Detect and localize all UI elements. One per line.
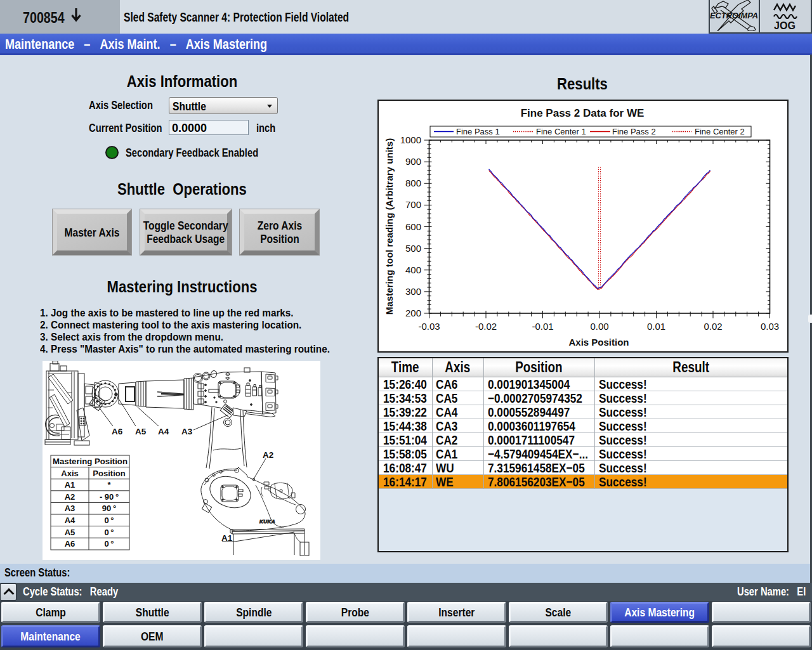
- svg-text:A1: A1: [221, 533, 233, 543]
- svg-text:0 °: 0 °: [104, 516, 114, 525]
- svg-text:500: 500: [405, 243, 421, 254]
- svg-text:A2: A2: [263, 450, 273, 460]
- svg-text:*: *: [107, 480, 111, 490]
- svg-text:-0.02: -0.02: [475, 321, 497, 332]
- svg-text:A4: A4: [65, 516, 75, 525]
- svg-text:300: 300: [405, 286, 421, 297]
- svg-text:Mastering tool reading (Arbitr: Mastering tool reading (Arbitrary units): [384, 138, 395, 315]
- svg-text:1000: 1000: [400, 134, 421, 145]
- svg-text:700: 700: [405, 199, 421, 210]
- svg-text:JOG: JOG: [774, 20, 796, 31]
- svg-text:900: 900: [405, 156, 421, 167]
- svg-text:- 90 °: - 90 °: [100, 492, 119, 502]
- svg-text:Axis Position: Axis Position: [568, 337, 629, 348]
- svg-text:Mastering Position: Mastering Position: [53, 457, 128, 466]
- svg-text:A6: A6: [65, 539, 75, 549]
- svg-text:800: 800: [405, 178, 421, 188]
- svg-text:200: 200: [405, 308, 421, 318]
- svg-text:KUKA: KUKA: [259, 519, 275, 524]
- svg-text:A1: A1: [65, 480, 75, 490]
- svg-text:0.02: 0.02: [704, 321, 722, 332]
- svg-text:Fine Center 1: Fine Center 1: [536, 127, 586, 136]
- svg-text:-0.03: -0.03: [418, 321, 440, 332]
- svg-text:Position: Position: [93, 469, 125, 478]
- svg-text:Axis: Axis: [61, 469, 78, 478]
- svg-text:Fine Center 2: Fine Center 2: [695, 127, 745, 136]
- svg-text:0.03: 0.03: [761, 321, 779, 332]
- svg-text:A3: A3: [65, 504, 75, 513]
- svg-text:A5: A5: [65, 528, 75, 537]
- svg-text:0 °: 0 °: [104, 539, 114, 549]
- svg-text:Fine Pass 2 Data for WE: Fine Pass 2 Data for WE: [521, 107, 645, 119]
- svg-text:Fine Pass 2: Fine Pass 2: [612, 127, 656, 136]
- svg-text:A4: A4: [158, 427, 169, 436]
- svg-text:A6: A6: [112, 427, 123, 436]
- svg-text:-0.01: -0.01: [532, 321, 553, 332]
- svg-text:A3: A3: [181, 427, 193, 436]
- svg-text:Fine Pass 1: Fine Pass 1: [456, 127, 500, 136]
- svg-text:0 °: 0 °: [104, 528, 114, 537]
- svg-text:A5: A5: [135, 427, 147, 436]
- svg-text:600: 600: [405, 221, 421, 232]
- svg-text:ECTROIMPA: ECTROIMPA: [710, 11, 758, 20]
- svg-text:90 °: 90 °: [102, 504, 116, 513]
- svg-text:0.00: 0.00: [590, 321, 608, 332]
- svg-text:400: 400: [405, 264, 421, 275]
- svg-text:A2: A2: [65, 492, 75, 502]
- svg-text:0.01: 0.01: [647, 321, 665, 332]
